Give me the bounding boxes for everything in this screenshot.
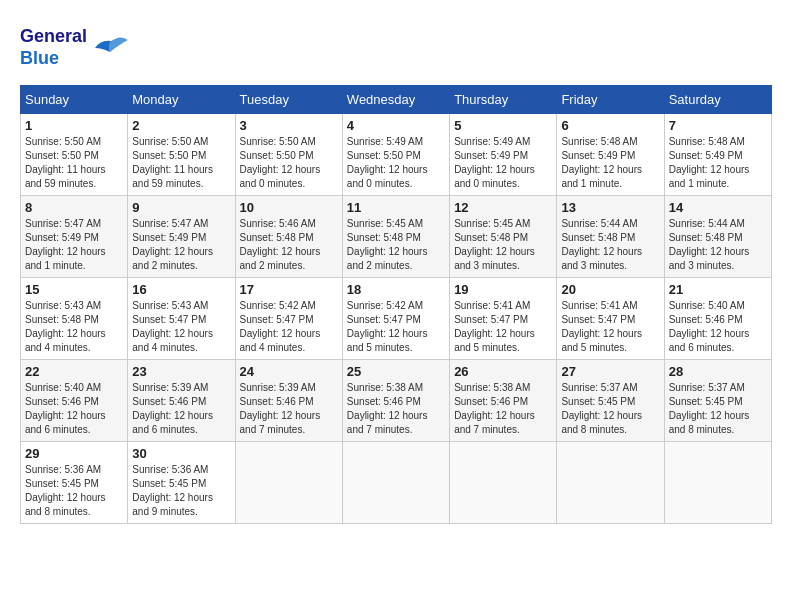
day-info: Sunrise: 5:43 AM Sunset: 5:48 PM Dayligh… [25,299,123,355]
calendar-table: SundayMondayTuesdayWednesdayThursdayFrid… [20,85,772,524]
calendar-header-thursday: Thursday [450,86,557,114]
day-number: 30 [132,446,230,461]
calendar-week-5: 29Sunrise: 5:36 AM Sunset: 5:45 PM Dayli… [21,442,772,524]
page-header: General Blue [20,20,772,75]
logo: General Blue [20,20,130,75]
calendar-header-row: SundayMondayTuesdayWednesdayThursdayFrid… [21,86,772,114]
day-number: 27 [561,364,659,379]
day-number: 16 [132,282,230,297]
calendar-header-wednesday: Wednesday [342,86,449,114]
calendar-week-4: 22Sunrise: 5:40 AM Sunset: 5:46 PM Dayli… [21,360,772,442]
day-number: 14 [669,200,767,215]
day-info: Sunrise: 5:46 AM Sunset: 5:48 PM Dayligh… [240,217,338,273]
calendar-cell [235,442,342,524]
day-info: Sunrise: 5:50 AM Sunset: 5:50 PM Dayligh… [240,135,338,191]
calendar-week-2: 8Sunrise: 5:47 AM Sunset: 5:49 PM Daylig… [21,196,772,278]
day-info: Sunrise: 5:39 AM Sunset: 5:46 PM Dayligh… [132,381,230,437]
calendar-cell: 20Sunrise: 5:41 AM Sunset: 5:47 PM Dayli… [557,278,664,360]
calendar-cell: 19Sunrise: 5:41 AM Sunset: 5:47 PM Dayli… [450,278,557,360]
day-info: Sunrise: 5:45 AM Sunset: 5:48 PM Dayligh… [454,217,552,273]
calendar-cell: 28Sunrise: 5:37 AM Sunset: 5:45 PM Dayli… [664,360,771,442]
calendar-cell: 5Sunrise: 5:49 AM Sunset: 5:49 PM Daylig… [450,114,557,196]
day-info: Sunrise: 5:37 AM Sunset: 5:45 PM Dayligh… [561,381,659,437]
calendar-cell: 18Sunrise: 5:42 AM Sunset: 5:47 PM Dayli… [342,278,449,360]
day-number: 12 [454,200,552,215]
calendar-week-3: 15Sunrise: 5:43 AM Sunset: 5:48 PM Dayli… [21,278,772,360]
calendar-cell: 2Sunrise: 5:50 AM Sunset: 5:50 PM Daylig… [128,114,235,196]
day-info: Sunrise: 5:47 AM Sunset: 5:49 PM Dayligh… [25,217,123,273]
day-number: 26 [454,364,552,379]
calendar-cell: 21Sunrise: 5:40 AM Sunset: 5:46 PM Dayli… [664,278,771,360]
calendar-cell: 30Sunrise: 5:36 AM Sunset: 5:45 PM Dayli… [128,442,235,524]
day-info: Sunrise: 5:47 AM Sunset: 5:49 PM Dayligh… [132,217,230,273]
day-info: Sunrise: 5:48 AM Sunset: 5:49 PM Dayligh… [561,135,659,191]
day-number: 7 [669,118,767,133]
calendar-cell: 26Sunrise: 5:38 AM Sunset: 5:46 PM Dayli… [450,360,557,442]
day-number: 22 [25,364,123,379]
day-number: 15 [25,282,123,297]
calendar-cell: 17Sunrise: 5:42 AM Sunset: 5:47 PM Dayli… [235,278,342,360]
calendar-cell [664,442,771,524]
calendar-cell [342,442,449,524]
calendar-cell: 8Sunrise: 5:47 AM Sunset: 5:49 PM Daylig… [21,196,128,278]
day-number: 10 [240,200,338,215]
day-number: 19 [454,282,552,297]
day-info: Sunrise: 5:48 AM Sunset: 5:49 PM Dayligh… [669,135,767,191]
calendar-cell: 3Sunrise: 5:50 AM Sunset: 5:50 PM Daylig… [235,114,342,196]
day-info: Sunrise: 5:42 AM Sunset: 5:47 PM Dayligh… [240,299,338,355]
calendar-cell: 12Sunrise: 5:45 AM Sunset: 5:48 PM Dayli… [450,196,557,278]
day-info: Sunrise: 5:41 AM Sunset: 5:47 PM Dayligh… [561,299,659,355]
day-info: Sunrise: 5:44 AM Sunset: 5:48 PM Dayligh… [561,217,659,273]
day-info: Sunrise: 5:38 AM Sunset: 5:46 PM Dayligh… [347,381,445,437]
day-number: 18 [347,282,445,297]
day-number: 25 [347,364,445,379]
day-info: Sunrise: 5:40 AM Sunset: 5:46 PM Dayligh… [25,381,123,437]
day-number: 17 [240,282,338,297]
calendar-header-monday: Monday [128,86,235,114]
svg-text:Blue: Blue [20,48,59,68]
day-number: 20 [561,282,659,297]
svg-text:General: General [20,26,87,46]
day-info: Sunrise: 5:36 AM Sunset: 5:45 PM Dayligh… [25,463,123,519]
calendar-header-sunday: Sunday [21,86,128,114]
calendar-header-tuesday: Tuesday [235,86,342,114]
day-info: Sunrise: 5:39 AM Sunset: 5:46 PM Dayligh… [240,381,338,437]
calendar-cell: 13Sunrise: 5:44 AM Sunset: 5:48 PM Dayli… [557,196,664,278]
day-info: Sunrise: 5:45 AM Sunset: 5:48 PM Dayligh… [347,217,445,273]
calendar-header-saturday: Saturday [664,86,771,114]
day-number: 4 [347,118,445,133]
calendar-cell: 6Sunrise: 5:48 AM Sunset: 5:49 PM Daylig… [557,114,664,196]
calendar-cell: 23Sunrise: 5:39 AM Sunset: 5:46 PM Dayli… [128,360,235,442]
day-info: Sunrise: 5:38 AM Sunset: 5:46 PM Dayligh… [454,381,552,437]
day-number: 29 [25,446,123,461]
calendar-cell: 27Sunrise: 5:37 AM Sunset: 5:45 PM Dayli… [557,360,664,442]
calendar-cell: 16Sunrise: 5:43 AM Sunset: 5:47 PM Dayli… [128,278,235,360]
day-info: Sunrise: 5:44 AM Sunset: 5:48 PM Dayligh… [669,217,767,273]
day-number: 6 [561,118,659,133]
calendar-cell: 11Sunrise: 5:45 AM Sunset: 5:48 PM Dayli… [342,196,449,278]
day-info: Sunrise: 5:37 AM Sunset: 5:45 PM Dayligh… [669,381,767,437]
calendar-cell [450,442,557,524]
day-number: 13 [561,200,659,215]
day-info: Sunrise: 5:43 AM Sunset: 5:47 PM Dayligh… [132,299,230,355]
day-info: Sunrise: 5:49 AM Sunset: 5:49 PM Dayligh… [454,135,552,191]
day-number: 5 [454,118,552,133]
day-number: 11 [347,200,445,215]
day-number: 3 [240,118,338,133]
calendar-cell: 24Sunrise: 5:39 AM Sunset: 5:46 PM Dayli… [235,360,342,442]
calendar-cell [557,442,664,524]
day-info: Sunrise: 5:49 AM Sunset: 5:50 PM Dayligh… [347,135,445,191]
calendar-cell: 25Sunrise: 5:38 AM Sunset: 5:46 PM Dayli… [342,360,449,442]
day-info: Sunrise: 5:50 AM Sunset: 5:50 PM Dayligh… [132,135,230,191]
day-number: 21 [669,282,767,297]
calendar-cell: 22Sunrise: 5:40 AM Sunset: 5:46 PM Dayli… [21,360,128,442]
day-number: 9 [132,200,230,215]
calendar-cell: 15Sunrise: 5:43 AM Sunset: 5:48 PM Dayli… [21,278,128,360]
day-info: Sunrise: 5:36 AM Sunset: 5:45 PM Dayligh… [132,463,230,519]
day-number: 28 [669,364,767,379]
day-number: 23 [132,364,230,379]
day-info: Sunrise: 5:41 AM Sunset: 5:47 PM Dayligh… [454,299,552,355]
calendar-cell: 1Sunrise: 5:50 AM Sunset: 5:50 PM Daylig… [21,114,128,196]
day-number: 24 [240,364,338,379]
day-number: 2 [132,118,230,133]
